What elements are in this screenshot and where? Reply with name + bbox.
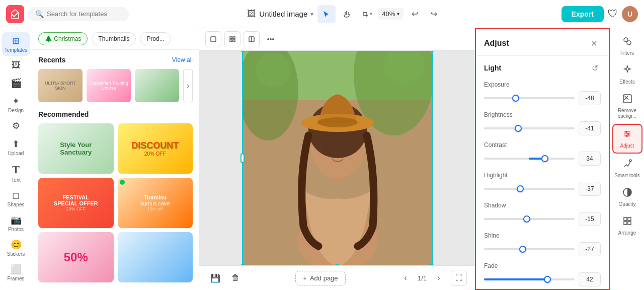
slider-shadow: Shadow -15 [484,202,601,226]
slider-brightness-track[interactable] [484,127,575,129]
rec-item-5[interactable]: 50% [38,232,114,282]
app-logo[interactable] [6,5,24,23]
more-options-button[interactable]: ••• [263,31,279,47]
search-bar[interactable]: 🔍 [28,7,129,21]
sidebar-item-label-templates: Templates [5,47,28,53]
recents-grid: ULTRA SHORT SKIN Equestrian Training Cou… [38,69,193,102]
rsidebar-arrange[interactable]: Arrange [612,212,642,240]
view-all-link[interactable]: View all [172,56,193,63]
rsidebar-adjust[interactable]: Adjust [612,124,642,154]
rec-item-2[interactable]: DISCOUNT 20% OFF [118,123,193,174]
settings-icon: ⚙ [12,120,20,131]
grid-tool-button[interactable] [224,31,240,47]
slider-contrast-thumb[interactable] [541,155,548,162]
rsidebar-smart-tools-label: Smart tools [614,173,640,178]
handle-bottom-left[interactable] [240,264,246,265]
rec-item-4[interactable]: Tiramisu sumus cake 15% off [118,178,193,228]
page-prev-button[interactable]: ‹ [397,270,414,286]
title-dropdown[interactable]: ▾ [310,11,313,18]
slider-exposure-thumb[interactable] [512,95,519,102]
rsidebar-effects[interactable]: Effects [612,61,642,89]
page-next-button[interactable]: › [431,270,447,286]
rsidebar-smart-tools[interactable]: Smart tools [612,155,642,182]
sidebar-item-design[interactable]: ✦ Design [2,93,30,116]
rsidebar-remove-bg[interactable]: Remove backgr... [612,90,642,123]
slider-highlight-value: -37 [579,182,601,196]
save-icon-button[interactable]: 💾 [207,270,223,286]
select-tool-button[interactable] [317,5,336,23]
handle-middle-left[interactable] [240,153,245,163]
sidebar-item-stickers[interactable]: 😊 Stickers [2,236,30,260]
adjust-panel: Adjust ✕ Light ↺ Exposure -48 Br [475,28,610,290]
slider-exposure-track[interactable] [484,97,575,99]
slider-highlight-track[interactable] [484,188,575,190]
sidebar-item-settings[interactable]: ⚙ [2,117,30,134]
fullscreen-button[interactable]: ⛶ [451,270,467,286]
tag-prod[interactable]: Prod... [140,32,171,45]
slider-exposure: Exposure -48 [484,81,601,105]
slider-shadow-track[interactable] [484,218,575,220]
text-icon: T [12,163,20,176]
sidebar-item-video[interactable]: 🎬 [2,75,30,92]
slider-shadow-thumb[interactable] [523,215,530,223]
slider-shine-thumb[interactable] [519,246,526,253]
export-button[interactable]: Export [561,6,604,22]
tag-thumbnails[interactable]: Thumbnails [92,32,136,45]
recents-next-arrow[interactable]: › [183,69,193,102]
rec-item-3[interactable]: FESTIVAL SPECIAL OFFER 20% OFF [38,178,114,228]
canvas-image-container[interactable] [242,51,433,265]
sidebar-item-text[interactable]: T Text [2,160,30,186]
canvas-bottom-left: 💾 🗑 [207,270,244,286]
hand-tool-button[interactable] [338,5,356,23]
slider-shadow-label: Shadow [484,202,601,209]
document-title: Untitled image [259,10,307,18]
rec-item-1[interactable]: Style Your Sanctuary [38,123,114,174]
undo-button[interactable]: ↩ [406,5,424,23]
recent-item-1[interactable]: ULTRA SHORT SKIN [38,69,83,102]
sidebar-item-label-design: Design [8,108,24,113]
redo-button[interactable]: ↪ [425,5,443,23]
slider-highlight-thumb[interactable] [517,185,524,192]
rsidebar-arrange-label: Arrange [618,230,636,236]
shapes-icon: ◻ [12,190,20,201]
slider-contrast-track[interactable] [484,158,575,160]
rsidebar-opacity[interactable]: Opacity [612,183,642,211]
search-input[interactable] [47,10,122,18]
slider-fade-thumb[interactable] [544,276,551,283]
crop-tool-button[interactable] [205,31,221,47]
svg-rect-3 [230,40,232,42]
tag-christmas[interactable]: 🌲 Christmas [38,32,88,45]
sidebar-item-frames[interactable]: ⬜ Frames [2,261,30,284]
svg-rect-0 [211,37,216,42]
avatar[interactable]: U [622,6,638,22]
recent-item-3[interactable] [135,69,179,102]
page-counter: 1/1 [418,274,427,282]
delete-icon-button[interactable]: 🗑 [227,270,244,286]
sidebar-item-photos[interactable]: 🖼 [2,57,30,74]
handle-bottom-middle[interactable] [335,264,340,265]
flip-tool-button[interactable] [244,31,260,47]
adjust-title: Adjust [484,39,509,48]
crop-tool-button[interactable]: ▾ [358,5,376,23]
design-icon: ✦ [12,96,20,107]
handle-bottom-right[interactable] [429,264,434,265]
slider-brightness-thumb[interactable] [515,125,522,132]
recent-item-2[interactable]: Equestrian Training Course [87,69,131,102]
sidebar-item-shapes[interactable]: ◻ Shapes [2,187,30,210]
reset-button[interactable]: ↺ [589,62,601,74]
panel-tags: 🌲 Christmas Thumbnails Prod... [32,28,199,50]
slider-shine-row: -27 [484,242,601,256]
rec-item-6[interactable] [118,232,193,282]
sidebar-item-templates[interactable]: ⊞ Templates [2,32,30,56]
add-page-button[interactable]: + Add page [295,271,345,285]
slider-exposure-value: -48 [579,91,601,105]
slider-shine-track[interactable] [484,248,575,250]
svg-point-18 [341,144,350,152]
sidebar-item-upload[interactable]: ⬆ Upload [2,135,30,159]
slider-fade-track[interactable] [484,278,575,280]
rsidebar-filters[interactable]: Filters [612,32,642,60]
adjust-close-button[interactable]: ✕ [587,36,601,50]
slider-contrast-label: Contrast [484,141,601,149]
zoom-control[interactable]: 40% ▾ [378,8,404,20]
sidebar-item-photos2[interactable]: 📷 Photos [2,211,30,235]
